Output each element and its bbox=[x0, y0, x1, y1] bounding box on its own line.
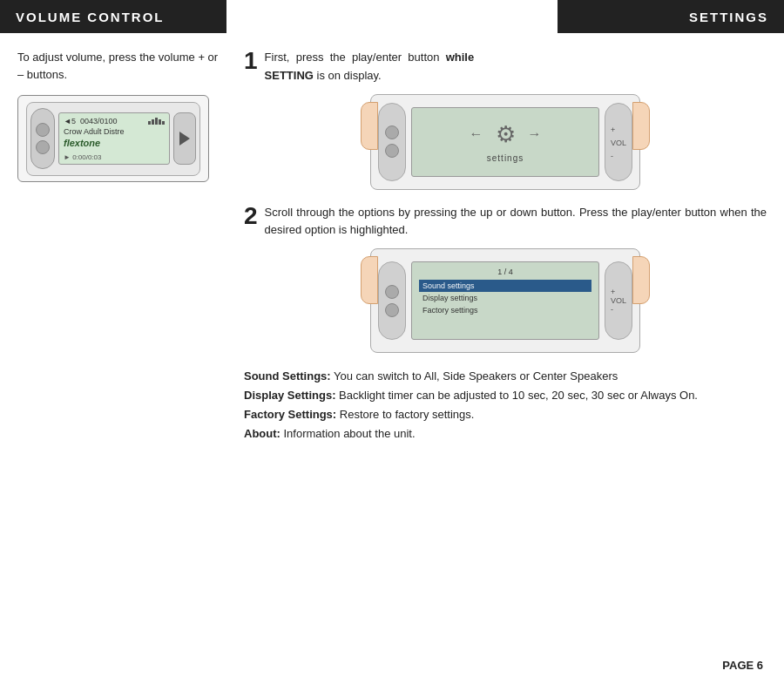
gear-icon: ⚙ bbox=[496, 121, 516, 148]
page-header: VOLUME CONTROL SETTINGS bbox=[0, 0, 784, 33]
desc-about-label: About: bbox=[244, 427, 280, 440]
bar5 bbox=[162, 121, 165, 125]
device-screen: ◄5 0043/0100 Crow Adult Distre flextone … bbox=[58, 112, 170, 165]
song-title: Crow Adult Distre bbox=[64, 127, 165, 138]
page-footer: PAGE 6 bbox=[722, 659, 763, 672]
step2-text: Scroll through the options by pressing t… bbox=[265, 204, 767, 240]
settings-label: settings bbox=[487, 153, 524, 163]
bar4 bbox=[159, 119, 161, 125]
menu-item-sound: Sound settings bbox=[419, 280, 591, 292]
menu-item-display: Display settings bbox=[419, 292, 591, 304]
menu-item-factory: Factory settings bbox=[419, 304, 591, 316]
step2-screen: 1 / 4 Sound settings Display settings Fa… bbox=[411, 261, 599, 340]
s1-btn2 bbox=[385, 144, 399, 158]
s2-btn1 bbox=[385, 285, 399, 299]
finger-left bbox=[361, 102, 378, 150]
header-right-title: SETTINGS bbox=[558, 0, 784, 33]
setting-keyword: SETTING bbox=[265, 69, 314, 82]
step1-device-wrap: ← ⚙ → settings +VOL- bbox=[244, 94, 767, 190]
screen-top-row: ◄5 0043/0100 bbox=[64, 117, 165, 125]
track-info: ◄5 0043/0100 bbox=[64, 117, 117, 125]
desc-factory-label: Factory Settings: bbox=[244, 408, 336, 421]
bar1 bbox=[148, 121, 151, 125]
desc-about: About: Information about the unit. bbox=[244, 424, 767, 444]
desc-display-text: Backlight timer can be adjusted to 10 se… bbox=[339, 389, 698, 402]
desc-display-label: Display Settings: bbox=[244, 389, 335, 402]
step1-left-ctrl bbox=[378, 103, 406, 181]
right-arrow-icon: → bbox=[528, 126, 542, 142]
step2-device-wrap: 1 / 4 Sound settings Display settings Fa… bbox=[244, 248, 767, 353]
main-content: To adjust volume, press the volume + or … bbox=[0, 33, 784, 453]
volume-device-image: ◄5 0043/0100 Crow Adult Distre flextone … bbox=[17, 95, 209, 182]
device-body: ◄5 0043/0100 Crow Adult Distre flextone … bbox=[26, 102, 200, 176]
step2-header: 2 Scroll through the options by pressing… bbox=[244, 204, 767, 240]
brand-name: flextone bbox=[64, 138, 165, 148]
left-btn-top bbox=[36, 123, 50, 137]
step2-left-ctrl bbox=[378, 261, 406, 340]
step2-device-container: 1 / 4 Sound settings Display settings Fa… bbox=[370, 248, 640, 353]
page-number: PAGE 6 bbox=[722, 659, 763, 672]
desc-sound-label: Sound Settings: bbox=[244, 369, 331, 383]
device-right-control bbox=[173, 112, 196, 165]
while-text: while bbox=[446, 51, 475, 64]
settings-title: SETTINGS bbox=[689, 10, 768, 24]
vol-text: +VOL- bbox=[611, 125, 626, 160]
descriptions-block: Sound Settings: You can switch to All, S… bbox=[244, 367, 767, 444]
s2-finger-left bbox=[361, 256, 378, 304]
device-left-control bbox=[30, 108, 55, 169]
right-column: 1 First, press the play/enter button whi… bbox=[244, 49, 767, 444]
step1-screen: ← ⚙ → settings bbox=[411, 107, 599, 177]
header-left-title: VOLUME CONTROL bbox=[0, 0, 226, 33]
s2-btn2 bbox=[385, 303, 399, 317]
left-arrow-icon: ← bbox=[470, 126, 483, 142]
vol-text2: +VOL- bbox=[611, 288, 626, 314]
volume-control-title: VOLUME CONTROL bbox=[16, 10, 165, 24]
desc-factory-text: Restore to factory settings. bbox=[340, 408, 475, 421]
s1-btn1 bbox=[385, 125, 399, 139]
header-spacer bbox=[226, 0, 558, 33]
step1-device-container: ← ⚙ → settings +VOL- bbox=[370, 94, 640, 190]
finger-right bbox=[632, 102, 650, 150]
step1-right-ctrl: +VOL- bbox=[605, 103, 632, 181]
step1-text: First, press the play/enter button while… bbox=[265, 49, 475, 85]
desc-sound: Sound Settings: You can switch to All, S… bbox=[244, 367, 767, 386]
step2-right-ctrl: +VOL- bbox=[605, 261, 632, 340]
step2-number: 2 bbox=[244, 204, 258, 240]
s2-finger-right bbox=[632, 256, 650, 304]
step1-header: 1 First, press the play/enter button whi… bbox=[244, 49, 767, 85]
step2-device: 1 / 4 Sound settings Display settings Fa… bbox=[370, 248, 640, 353]
left-column: To adjust volume, press the volume + or … bbox=[17, 49, 226, 444]
desc-sound-text: You can switch to All, Side Speakers or … bbox=[334, 369, 618, 383]
step-1: 1 First, press the play/enter button whi… bbox=[244, 49, 767, 190]
desc-display: Display Settings: Backlight timer can be… bbox=[244, 386, 767, 405]
bar2 bbox=[152, 119, 154, 125]
desc-factory: Factory Settings: Restore to factory set… bbox=[244, 405, 767, 424]
play-button-icon bbox=[179, 132, 190, 146]
step1-number: 1 bbox=[244, 49, 258, 85]
volume-intro: To adjust volume, press the volume + or … bbox=[17, 49, 226, 83]
bar3 bbox=[155, 118, 158, 125]
step-2: 2 Scroll through the options by pressing… bbox=[244, 204, 767, 354]
time-display: ► 0:00/0:03 bbox=[64, 153, 102, 161]
desc-about-text: Information about the unit. bbox=[284, 427, 416, 440]
left-btn-bottom bbox=[36, 140, 50, 154]
signal-bars bbox=[148, 118, 165, 125]
gear-row: ← ⚙ → bbox=[470, 121, 542, 148]
step1-device: ← ⚙ → settings +VOL- bbox=[370, 94, 640, 190]
menu-title: 1 / 4 bbox=[419, 268, 591, 276]
